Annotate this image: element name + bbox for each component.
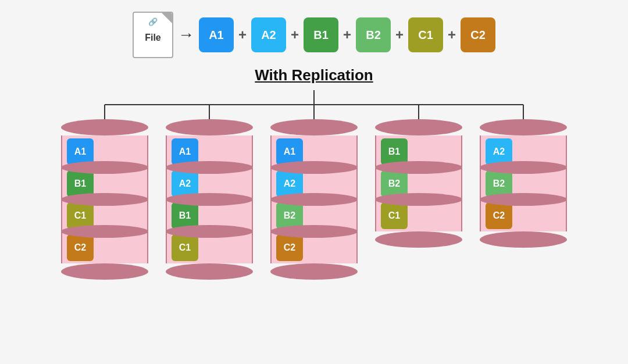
section-chunk: B2	[486, 170, 512, 197]
db-node-1: A1 A2 B1 C1	[163, 119, 256, 280]
section-chunk: B2	[276, 202, 303, 229]
section-chunk: A1	[67, 138, 94, 165]
db-divider	[375, 193, 462, 206]
db-bottom	[166, 263, 253, 280]
db-node-3: B1 B2 C1	[372, 119, 465, 248]
db-divider	[375, 161, 462, 174]
chunk-c2: C2	[461, 17, 495, 52]
section-chunk: A2	[486, 138, 512, 165]
db-bottom	[61, 263, 148, 280]
page-title: With Replication	[255, 66, 373, 84]
db-divider	[61, 193, 148, 206]
section-chunk: C1	[172, 234, 198, 261]
db-bottom	[480, 231, 567, 248]
db-divider	[166, 193, 253, 206]
db-divider	[270, 161, 358, 174]
db-top	[480, 119, 567, 135]
section-chunk: C2	[276, 234, 303, 261]
section-chunk: A1	[276, 138, 303, 165]
chunk-a1: A1	[199, 17, 234, 52]
db-divider	[480, 161, 567, 174]
arrow-icon: →	[178, 26, 194, 44]
chunks-row: 🔗 File → A1 + A2 + B1 + B2 + C1 + C2	[133, 12, 495, 58]
db-node-4: A2 B2 C2	[477, 119, 570, 248]
nodes-row: A1 B1 C1 C2 A1 A2 B1 C1 A1 A2 B2 C2	[58, 119, 570, 280]
db-node-2: A1 A2 B2 C2	[267, 119, 361, 280]
section-chunk: C1	[67, 202, 94, 229]
db-body: A2 B2 C2	[480, 119, 567, 248]
db-top	[375, 119, 462, 135]
db-bottom	[375, 231, 462, 248]
db-body: A1 A2 B1 C1	[166, 119, 253, 280]
section-chunk: A2	[276, 170, 303, 197]
db-divider	[166, 225, 253, 238]
section-chunk: B1	[381, 138, 408, 165]
chunk-c1: C1	[408, 17, 443, 52]
db-divider	[61, 225, 148, 238]
db-top	[166, 119, 253, 135]
db-body: A1 B1 C1 C2	[61, 119, 148, 280]
db-body: A1 A2 B2 C2	[270, 119, 358, 280]
section-chunk: A2	[172, 170, 198, 197]
db-divider	[270, 193, 358, 206]
db-top	[270, 119, 358, 135]
db-divider	[270, 225, 358, 238]
section-chunk: C2	[486, 202, 512, 229]
db-divider	[61, 161, 148, 174]
db-top	[61, 119, 148, 135]
section-chunk: C2	[67, 234, 94, 261]
section-chunk: A1	[172, 138, 198, 165]
section-chunk: B2	[381, 170, 408, 197]
chunk-b1: B1	[304, 17, 338, 52]
db-body: B1 B2 C1	[375, 119, 462, 248]
section-chunk: B1	[172, 202, 198, 229]
file-label: File	[145, 33, 161, 43]
distribution-lines	[52, 90, 576, 119]
chunk-b2: B2	[356, 17, 391, 52]
section-chunk: B1	[67, 170, 94, 197]
section-chunk: C1	[381, 202, 408, 229]
file-icon: 🔗 File	[133, 12, 173, 58]
db-node-0: A1 B1 C1 C2	[58, 119, 151, 280]
db-divider	[166, 161, 253, 174]
chunk-a2: A2	[251, 17, 286, 52]
db-bottom	[270, 263, 358, 280]
db-divider	[480, 193, 567, 206]
